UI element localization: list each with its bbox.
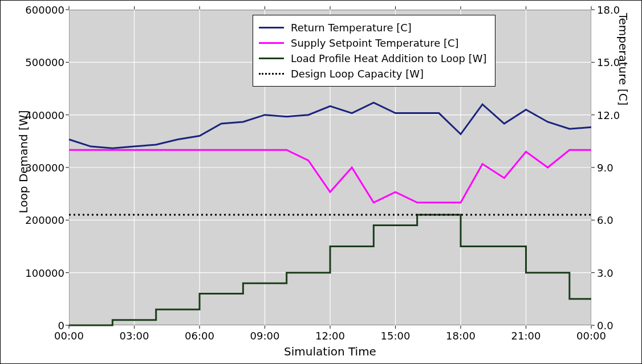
- legend-label: Supply Setpoint Temperature [C]: [291, 35, 459, 51]
- y-left-tick-label: 0: [17, 320, 64, 332]
- y-right-tick-label: 15.0: [597, 56, 620, 68]
- y-right-tick-label: 18.0: [597, 4, 620, 16]
- x-tick-label: 09:00: [250, 330, 280, 342]
- y-right-tick-label: 3.0: [597, 267, 613, 279]
- chart-container: Simulation Time Loop Demand [W] Temperat…: [0, 0, 642, 364]
- legend-swatch: [259, 73, 284, 75]
- y-left-tick-label: 600000: [17, 4, 64, 16]
- legend-label: Return Temperature [C]: [291, 20, 412, 35]
- y-left-tick-label: 300000: [17, 162, 64, 174]
- y-right-tick-label: 9.0: [597, 162, 613, 174]
- y-left-tick-label: 200000: [17, 214, 64, 226]
- legend-label: Design Loop Capacity [W]: [291, 66, 424, 81]
- y-right-tick-label: 12.0: [597, 109, 620, 121]
- x-axis-label: Simulation Time: [279, 345, 381, 358]
- y-left-tick-label: 100000: [17, 267, 64, 279]
- x-tick-label: 21:00: [511, 330, 541, 342]
- legend-item: Supply Setpoint Temperature [C]: [259, 35, 487, 51]
- y-right-tick-label: 0.0: [597, 320, 613, 332]
- x-tick-label: 03:00: [120, 330, 149, 342]
- legend: Return Temperature [C]Supply Setpoint Te…: [253, 15, 495, 87]
- legend-item: Load Profile Heat Addition to Loop [W]: [259, 51, 487, 66]
- x-tick-label: 06:00: [185, 330, 214, 342]
- legend-item: Design Loop Capacity [W]: [259, 66, 487, 81]
- y-right-tick-label: 6.0: [597, 214, 613, 226]
- legend-swatch: [259, 27, 284, 28]
- legend-item: Return Temperature [C]: [259, 20, 487, 35]
- legend-swatch: [259, 58, 284, 59]
- x-tick-label: 15:00: [381, 330, 411, 342]
- y-left-tick-label: 400000: [17, 109, 64, 121]
- x-tick-label: 00:00: [576, 330, 606, 342]
- x-tick-label: 12:00: [315, 330, 345, 342]
- x-tick-label: 00:00: [54, 330, 84, 342]
- legend-label: Load Profile Heat Addition to Loop [W]: [291, 51, 487, 66]
- legend-swatch: [259, 42, 284, 44]
- x-tick-label: 18:00: [446, 330, 476, 342]
- y-left-tick-label: 500000: [17, 56, 64, 68]
